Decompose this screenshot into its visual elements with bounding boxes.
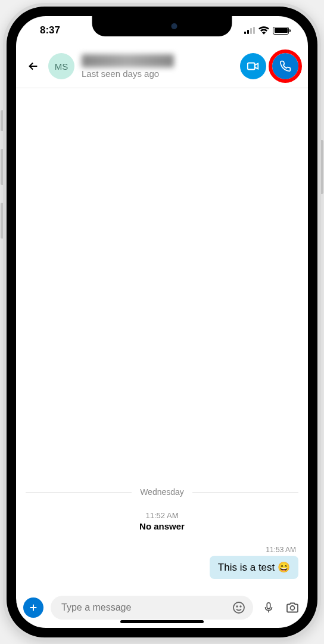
- svg-point-2: [236, 606, 238, 607]
- home-indicator[interactable]: [120, 620, 204, 623]
- message-row-sent: 11:53 AM This is a test 😄: [26, 546, 298, 579]
- message-input[interactable]: [61, 602, 230, 613]
- status-time: 8:37: [33, 24, 60, 36]
- svg-rect-0: [248, 63, 255, 70]
- contact-info[interactable]: Last seen days ago: [82, 54, 233, 79]
- system-message: 11:52 AM No answer: [26, 511, 298, 531]
- svg-point-3: [240, 606, 241, 607]
- message-time: 11:53 AM: [266, 546, 298, 554]
- message-input-container[interactable]: [51, 596, 253, 620]
- contact-name: [82, 54, 174, 67]
- contact-status: Last seen days ago: [82, 69, 233, 79]
- phone-notch: [92, 16, 232, 36]
- emoji-button[interactable]: [230, 599, 247, 616]
- system-message-time: 11:52 AM: [26, 511, 298, 520]
- battery-icon: [273, 27, 289, 35]
- camera-button[interactable]: [284, 599, 301, 616]
- voice-message-button[interactable]: [260, 599, 277, 616]
- cellular-signal-icon: [244, 27, 255, 34]
- chat-header: MS Last seen days ago: [16, 45, 308, 88]
- chat-body[interactable]: Wednesday 11:52 AM No answer 11:53 AM Th…: [16, 88, 308, 590]
- contact-avatar[interactable]: MS: [48, 53, 74, 79]
- back-button[interactable]: [26, 58, 41, 74]
- add-attachment-button[interactable]: [23, 597, 43, 618]
- phone-frame: 8:37: [3, 3, 321, 641]
- wifi-icon: [258, 26, 269, 35]
- svg-rect-4: [267, 603, 270, 609]
- message-bubble[interactable]: This is a test 😄: [210, 556, 298, 579]
- video-call-button[interactable]: [240, 53, 266, 79]
- system-message-text: No answer: [26, 521, 298, 531]
- date-divider-label: Wednesday: [140, 487, 184, 497]
- svg-point-1: [233, 602, 244, 613]
- phone-screen: 8:37: [16, 16, 308, 628]
- audio-call-button[interactable]: [272, 53, 298, 79]
- svg-point-5: [291, 606, 295, 610]
- date-divider: Wednesday: [26, 487, 298, 497]
